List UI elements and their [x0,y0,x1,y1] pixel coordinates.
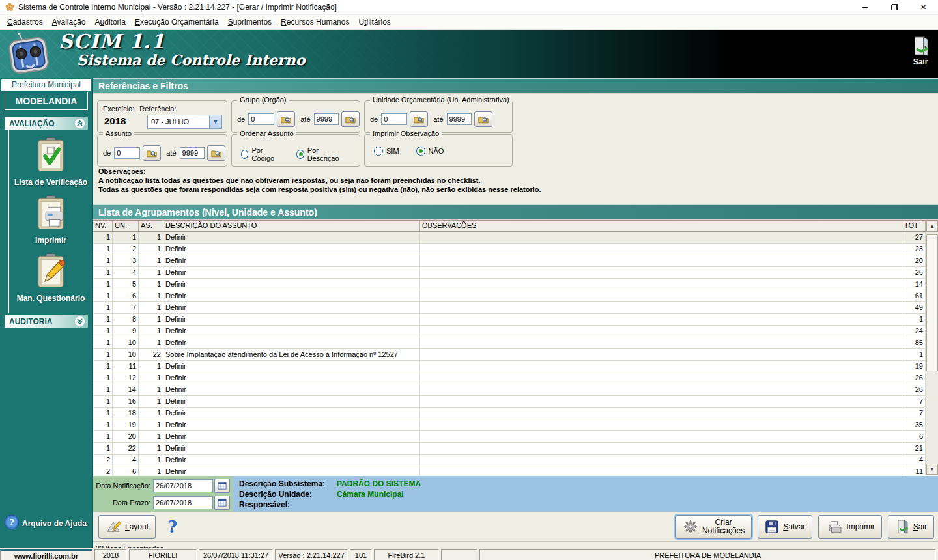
imprimir-button[interactable]: Imprimir [818,515,881,539]
table-row[interactable]: 1221Definir21 [93,443,938,455]
menu-cadastros[interactable]: Cadastros [3,16,48,28]
vertical-scrollbar[interactable]: ▲ ▼ [926,221,938,475]
radio-por-codigo[interactable]: Por Código [241,147,279,162]
cell: 16 [113,396,139,408]
grupo-legend: Grupo (Orgão) [237,96,289,104]
radio-por-descricao[interactable]: Por Descrição [296,147,343,162]
chevron-down-icon[interactable]: ▼ [209,115,221,128]
description-panel: Descrição Subsistema: PADRÃO DO SISTEMA … [233,476,938,512]
chevron-double-down-icon[interactable] [74,316,85,327]
table-row[interactable]: 171Definir49 [93,302,938,314]
menu-auditoria[interactable]: Auditoria [91,16,130,28]
statusbar-cell-0[interactable]: www.fiorilli.com.br [0,549,92,560]
data-prazo-input[interactable] [153,496,213,509]
restore-button[interactable] [879,0,909,14]
column-header-as[interactable]: AS. [139,221,163,231]
table-row[interactable]: 141Definir26 [93,267,938,279]
clipboard-pencil-icon [32,253,70,292]
sidebar-item-man-questionario[interactable]: Man. Questionário [17,253,85,303]
sidebar-item-imprimir[interactable]: Imprimir [32,195,70,245]
menu-recursos-humanos[interactable]: Recursos Humanos [276,16,354,28]
table-row[interactable]: 121Definir23 [93,244,938,255]
cell: 5 [113,279,139,290]
minimize-button[interactable] [850,0,879,14]
folder-search-icon[interactable] [277,111,295,127]
column-header-un[interactable]: UN. [113,221,139,231]
table-row[interactable]: 111Definir27 [93,232,938,244]
help-question-icon[interactable]: ? [167,517,177,537]
data-notificacao-input[interactable] [153,479,213,492]
banner-exit-button[interactable]: Sair [911,35,930,66]
menu-suprimentos[interactable]: Suprimentos [223,16,276,28]
table-row[interactable]: 131Definir20 [93,255,938,267]
scroll-up-icon[interactable]: ▲ [926,221,938,232]
table-row[interactable]: 151Definir14 [93,279,938,290]
sidebar-section-avaliacao[interactable]: AVALIAÇÃO [5,117,88,130]
grupo-ate-input[interactable] [314,113,339,125]
sidebar-item-lista-de-verificacao[interactable]: Lista de Verificação [14,137,87,187]
radio-dot-icon[interactable] [241,150,248,159]
calendar-icon[interactable] [214,496,230,510]
table-row[interactable]: 1161Definir7 [93,396,938,408]
sidebar-section-auditoria[interactable]: AUDITORIA [5,315,88,328]
folder-search-icon[interactable] [143,145,161,161]
criar-line1: Criar [715,518,732,527]
toolbar: Layout ? [93,512,938,541]
column-header-tot[interactable]: TOT [902,221,926,231]
radio-dot-icon[interactable] [296,150,304,159]
logo-title: SCIM 1.1 [59,31,305,52]
unidade-de-input[interactable] [381,113,407,125]
table-row[interactable]: 1191Definir35 [93,419,938,431]
table-row[interactable]: 161Definir61 [93,290,938,302]
cell [420,372,902,384]
close-button[interactable]: ✕ [909,0,938,14]
scroll-down-icon[interactable]: ▼ [926,464,938,475]
radio-dot-icon[interactable] [374,147,383,156]
table-row[interactable]: 11022Sobre Implantação atendimento da Le… [93,349,938,361]
folder-search-icon[interactable] [474,111,492,127]
folder-search-icon[interactable] [207,145,225,161]
scrollbar-thumb[interactable] [926,234,938,371]
assunto-ate-input[interactable] [180,147,205,159]
assunto-de-input[interactable] [114,147,140,159]
menu-avaliacao[interactable]: Avaliação [48,16,91,28]
cell: 22 [113,443,139,455]
chevron-double-up-icon[interactable] [74,118,85,129]
grupo-de-input[interactable] [248,113,274,125]
column-header-descriodoassunto[interactable]: DESCRIÇÃO DO ASSUNTO [163,221,420,231]
help-file-button[interactable]: ? Arquivo de Ajuda [0,514,92,533]
criar-notificacoes-button[interactable]: Criar Notificações [675,515,752,539]
table-row[interactable]: 1141Definir26 [93,384,938,396]
cell: Definir [163,302,420,314]
folder-search-icon[interactable] [410,111,428,127]
sair-button[interactable]: Sair [888,515,934,539]
cell: 35 [902,419,926,431]
table-row[interactable]: 261Definir11 [93,466,938,475]
table-row[interactable]: 1201Definir6 [93,431,938,443]
layout-button[interactable]: Layout [98,515,156,539]
column-header-nv[interactable]: NV. [93,221,113,231]
folder-search-icon[interactable] [341,111,360,127]
salvar-button[interactable]: Salvar [758,515,812,539]
menu-execucao-orcamentaria[interactable]: Execução Orçamentária [130,16,223,28]
menu-utilitarios[interactable]: Utilitários [354,16,395,28]
cell: 1 [139,279,163,290]
column-header-observaes[interactable]: OBSERVAÇÕES [420,221,902,231]
table-row[interactable]: 1121Definir26 [93,372,938,384]
radio-dot-icon[interactable] [416,147,425,156]
unidade-ate-input[interactable] [447,113,472,125]
radio-nao[interactable]: NÃO [416,147,444,156]
calendar-icon[interactable] [214,479,230,493]
table-row[interactable]: 1111Definir19 [93,361,938,372]
table-row[interactable]: 191Definir24 [93,326,938,337]
table-row[interactable]: 1181Definir7 [93,408,938,419]
table-row[interactable]: 241Definir4 [93,455,938,466]
statusbar-cell-7 [441,549,477,560]
groupbox-ordenar-assunto: Ordenar Assunto Por CódigoPor Descrição [231,134,360,167]
table-row[interactable]: 181Definir1 [93,314,938,326]
table-row[interactable]: 1101Definir85 [93,337,938,349]
referencia-dropdown[interactable]: 07 - JULHO ▼ [147,115,222,129]
radio-sim[interactable]: SIM [374,147,399,156]
entity-tab[interactable]: Prefeitura Municipal [1,79,91,91]
cell: 1 [139,396,163,408]
